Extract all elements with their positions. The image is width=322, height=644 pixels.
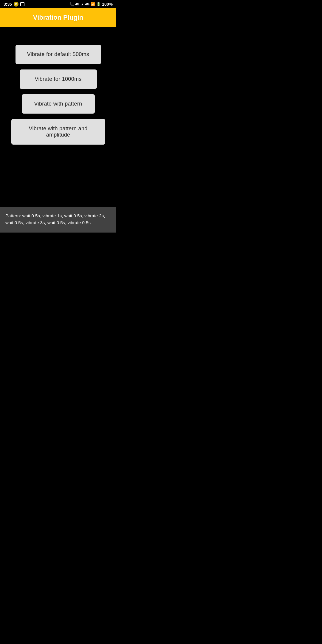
vibrate-1000ms-button[interactable]: Vibrate for 1000ms [20, 69, 97, 89]
bottom-info-bar: Pattern: wait 0.5s, vibrate 1s, wait 0.5… [0, 207, 116, 233]
status-bar: 3:35 P 📞 4G ▲ 4G 📶 🔋 100% [0, 0, 116, 8]
signal-icon: 📶 [91, 2, 95, 6]
vibrate-default-500-button[interactable]: Vibrate for default 500ms [16, 45, 101, 64]
wifi-icon: ▲ [81, 2, 84, 6]
pattern-description-text: Pattern: wait 0.5s, vibrate 1s, wait 0.5… [5, 213, 105, 225]
square-icon [20, 2, 24, 6]
battery-icon: 🔋 [96, 2, 101, 6]
vibrate-pattern-amplitude-button[interactable]: Vibrate with pattern and amplitude [11, 119, 105, 145]
status-time: 3:35 [4, 2, 12, 7]
battery-percent: 100% [102, 2, 113, 7]
vibrate-pattern-button[interactable]: Vibrate with pattern [22, 94, 95, 114]
status-left: 3:35 P [4, 2, 24, 7]
main-content: Vibrate for default 500ms Vibrate for 10… [0, 27, 116, 145]
network-4g-label: 4G [75, 2, 80, 6]
app-bar: Vibration Plugin [0, 8, 116, 27]
status-right: 📞 4G ▲ 4G 📶 🔋 100% [69, 2, 113, 7]
network-4g-label2: 4G [85, 2, 90, 6]
parkwhiz-icon: P [14, 2, 18, 7]
app-title: Vibration Plugin [33, 14, 83, 21]
phone-icon: 📞 [69, 2, 74, 6]
